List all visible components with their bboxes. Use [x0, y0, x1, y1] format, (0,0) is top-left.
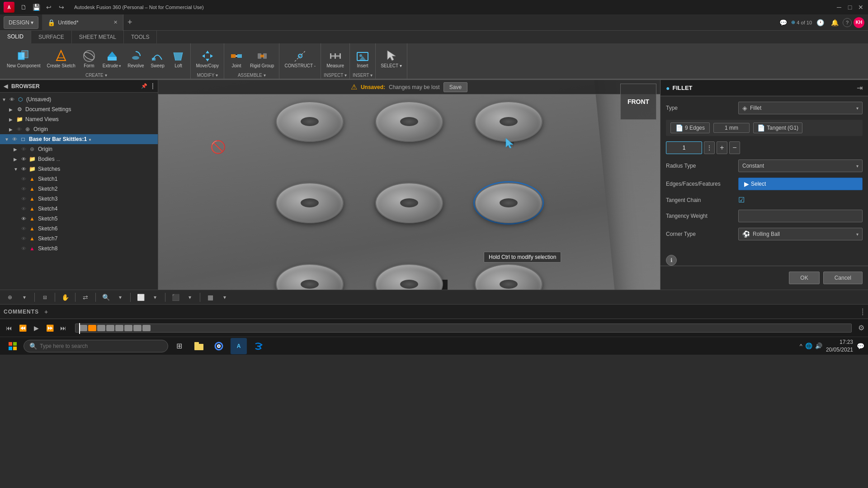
plus-btn[interactable]: + — [717, 141, 727, 154]
view-cube-face[interactable]: FRONT — [620, 84, 656, 120]
minimize-btn[interactable]: ─ — [835, 4, 843, 11]
eye-icon-sketch7[interactable]: 👁 — [20, 235, 27, 242]
info-btn[interactable]: ℹ — [666, 255, 677, 266]
tree-item-sketch6[interactable]: 👁 ▲ Sketch6 — [0, 224, 158, 234]
panel-expand-btn[interactable]: ⇥ — [857, 84, 863, 92]
orbit-btn[interactable]: ⇄ — [79, 292, 92, 303]
zoom-arrow-btn[interactable]: ▾ — [114, 292, 127, 303]
comments-add-btn[interactable]: + — [44, 308, 48, 315]
chat-btn[interactable]: 💬 — [777, 16, 789, 29]
select-btn[interactable]: SELECT ▾ — [378, 47, 404, 70]
rigid-group-btn[interactable]: Rigid Group — [248, 47, 276, 70]
tree-item-sketch8[interactable]: 👁 ▲ Sketch8 — [0, 244, 158, 253]
move-btn[interactable]: Move/Copy — [193, 47, 221, 70]
fillet-ok-btn[interactable]: OK — [789, 272, 819, 284]
tl-item-8[interactable] — [142, 325, 151, 331]
fillet-radius-type-dropdown[interactable]: Constant ▾ — [738, 160, 863, 172]
eye-icon-sketch1[interactable]: 👁 — [20, 175, 27, 183]
tl-item-4[interactable] — [106, 325, 114, 331]
snap-btn[interactable]: ⊕ — [4, 292, 16, 303]
maximize-btn[interactable]: □ — [846, 4, 854, 11]
new-file-btn[interactable]: 🗋 — [18, 2, 29, 13]
extrude-btn[interactable]: Extrude ▾ — [100, 47, 123, 70]
undo-btn[interactable]: ↩ — [43, 2, 54, 13]
pan-btn[interactable]: ✋ — [59, 292, 71, 303]
fillet-cancel-btn[interactable]: Cancel — [823, 272, 863, 284]
redo-btn[interactable]: ↪ — [56, 2, 67, 13]
tray-icon-1[interactable]: ^ — [800, 343, 802, 349]
new-component-btn[interactable]: New Component — [5, 47, 42, 70]
tl-item-5[interactable] — [115, 325, 123, 331]
network-icon[interactable]: 🌐 — [805, 343, 812, 349]
tree-item-doc-settings[interactable]: ▶ ⚙ Document Settings — [0, 104, 158, 114]
grid-btn[interactable]: ⧆ — [38, 292, 51, 303]
tl-item-7[interactable] — [133, 325, 142, 331]
browser-expand-icon[interactable]: ◀ — [4, 83, 8, 89]
eye-icon-sketch5[interactable]: 👁 — [20, 215, 27, 222]
eye-icon-sketch8[interactable]: 👁 — [20, 245, 27, 252]
search-bar[interactable]: 🔍 — [24, 340, 168, 352]
tree-item-sketch7[interactable]: 👁 ▲ Sketch7 — [0, 234, 158, 244]
display-mode-btn[interactable]: ⬜ — [134, 292, 147, 303]
tab-close-icon[interactable]: ✕ — [113, 19, 118, 25]
comments-expand-btn[interactable]: ┊ — [861, 308, 864, 315]
tree-item-sketch3[interactable]: 👁 ▲ Sketch3 — [0, 194, 158, 204]
start-btn[interactable] — [4, 337, 22, 355]
tl-prev-btn[interactable]: ⏪ — [17, 323, 28, 333]
fillet-type-dropdown[interactable]: ◈ Fillet ▾ — [738, 102, 863, 114]
help-btn[interactable]: ? — [843, 18, 852, 27]
system-clock[interactable]: 17:23 20/05/2021 — [826, 338, 853, 354]
zoom-btn[interactable]: 🔍 — [99, 292, 112, 303]
edges-tangent[interactable]: 📄 Tangent (G1) — [753, 122, 802, 133]
eye-icon-sketch2[interactable]: 👁 — [20, 185, 27, 192]
loft-btn[interactable]: Loft — [169, 47, 188, 70]
browser-pin-icon[interactable]: 📌 — [141, 83, 147, 89]
eye-icon-sketch6[interactable]: 👁 — [20, 225, 27, 232]
tree-item-unsaved[interactable]: ▼ 👁 ⬡ (Unsaved) — [0, 94, 158, 104]
notifications-btn[interactable]: 🔔 — [828, 16, 841, 29]
insert-image-btn[interactable]: Insert — [353, 47, 372, 70]
fillet-radius-input[interactable] — [666, 141, 702, 154]
browser-more-icon[interactable]: ┊ — [151, 83, 154, 89]
new-tab-btn[interactable]: + — [123, 14, 136, 31]
eye-icon-unsaved[interactable]: 👁 — [8, 96, 15, 103]
joint-btn[interactable]: Joint — [227, 47, 246, 70]
viewport[interactable]: ⚠ Unsaved: Changes may be lost Save — [158, 80, 660, 290]
save-file-btn[interactable]: 💾 — [31, 2, 42, 13]
fillet-corner-type-dropdown[interactable]: ⚽ Rolling Ball ▾ — [738, 228, 863, 240]
create-sketch-btn[interactable]: Create Sketch — [44, 47, 77, 70]
view-cube[interactable]: FRONT — [620, 84, 656, 120]
measure-btn[interactable]: Measure — [324, 47, 346, 70]
eye-icon-base[interactable]: 👁 — [11, 136, 18, 143]
volume-icon[interactable]: 🔊 — [815, 343, 822, 349]
timeline-settings-icon[interactable]: ⚙ — [858, 324, 864, 332]
revolve-btn[interactable]: Revolve — [125, 47, 146, 70]
tree-item-named-views[interactable]: ▶ 📁 Named Views — [0, 114, 158, 124]
fillet-select-btn[interactable]: ▶ Select — [738, 178, 863, 190]
eye-icon-sketch3[interactable]: 👁 — [20, 195, 27, 202]
eye-icon-sketch4[interactable]: 👁 — [20, 205, 27, 212]
tree-item-sketch2[interactable]: 👁 ▲ Sketch2 — [0, 184, 158, 194]
eye-icon-bodies[interactable]: 👁 — [20, 155, 27, 163]
save-viewport-btn[interactable]: Save — [443, 82, 467, 92]
timeline-cursor[interactable] — [79, 323, 80, 334]
tree-item-sketch5[interactable]: 👁 ▲ Sketch5 — [0, 214, 158, 224]
user-avatar[interactable]: KH — [854, 17, 864, 28]
tl-rewind-btn[interactable]: ⏮ — [4, 323, 14, 333]
tab-solid[interactable]: SOLID — [0, 31, 31, 43]
more-options-btn[interactable]: ⋮ — [704, 141, 715, 154]
timeline-track[interactable] — [75, 324, 852, 333]
tab-surface[interactable]: SURFACE — [31, 31, 72, 43]
tl-play-btn[interactable]: ▶ — [31, 323, 42, 333]
form-btn[interactable]: Form — [80, 47, 99, 70]
tree-item-sketch1[interactable]: 👁 ▲ Sketch1 — [0, 174, 158, 184]
tl-item-3[interactable] — [97, 325, 105, 331]
display-arrow-btn[interactable]: ▾ — [149, 292, 161, 303]
tab-sheet-metal[interactable]: SHEET METAL — [72, 31, 124, 43]
edge-btn[interactable] — [250, 338, 267, 354]
tree-item-sketches[interactable]: ▼ 👁 📁 Sketches — [0, 164, 158, 174]
view-arrow-btn[interactable]: ▾ — [184, 292, 196, 303]
tl-item-1[interactable] — [79, 325, 87, 331]
close-btn[interactable]: ✕ — [857, 4, 864, 11]
design-mode-btn[interactable]: DESIGN ▾ — [4, 16, 38, 29]
